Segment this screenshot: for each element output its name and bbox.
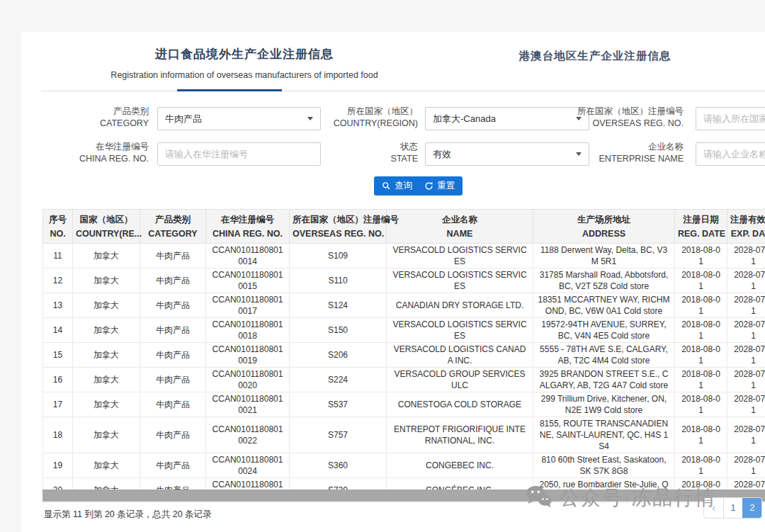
table-header-row: 序号NO.国家（地区）COUNTRY(RE...产品类别CATEGORY在华注册… (43, 210, 765, 244)
cell-category: 牛肉产品 (140, 368, 206, 392)
country-select[interactable]: 加拿大-Canada (425, 107, 589, 130)
cell-address: 1188 Derwent Way, Delta, BC, V3M 5R1 (533, 244, 675, 268)
column-header: 生产场所地址ADDRESS (533, 210, 675, 244)
pagination-page-2[interactable]: 2 (742, 498, 761, 518)
cell-china_reg_no: CCAN01011808010021 (206, 392, 290, 417)
table-row: 16加拿大牛肉产品CCAN01011808010020S224VERSACOLD… (43, 368, 765, 392)
category-label: 产品类别CATEGORY (35, 106, 149, 130)
table-row: 13加拿大牛肉产品CCAN01011808010017S124CANADIAN … (43, 293, 765, 318)
cell-category: 牛肉产品 (140, 392, 206, 417)
cell-no: 14 (43, 318, 73, 343)
column-header: 注册日期REG. DATE (675, 210, 727, 244)
cell-china_reg_no: CCAN01011808010018 (206, 318, 290, 343)
cell-reg_date: 2018-08-01 (675, 368, 727, 392)
cell-reg_date: 2018-08-01 (675, 417, 727, 453)
cell-country: 加拿大 (73, 417, 140, 453)
cell-country: 加拿大 (73, 293, 140, 318)
cell-category: 牛肉产品 (140, 293, 206, 318)
cell-china_reg_no: CCAN01011808010020 (206, 368, 290, 392)
cell-name: VERSACOLD GROUP SERVICES ULC (387, 368, 533, 392)
table-row: 19加拿大牛肉产品CCAN01011808010024S360CONGEBEC … (43, 453, 765, 478)
cell-overseas_reg_no: S224 (290, 368, 387, 392)
cell-address: 810 60th Street East, Saskatoon, SK S7K … (533, 453, 675, 478)
cell-category: 牛肉产品 (140, 268, 206, 293)
cell-reg_date: 2018-08-01 (675, 318, 727, 343)
cell-exp_date: 2028-07-31 (727, 392, 765, 417)
cell-reg_date: 2018-08-01 (675, 343, 727, 368)
cell-no: 16 (43, 368, 73, 392)
cell-no: 12 (43, 268, 73, 293)
cell-category: 牛肉产品 (140, 453, 206, 478)
reset-button-label: 重置 (437, 180, 455, 192)
cell-address: 3925 BRANDON STREET S.E., CALGARY, AB, T… (533, 368, 675, 392)
category-select-value: 牛肉产品 (165, 113, 202, 125)
reset-button[interactable]: 重置 (416, 176, 463, 196)
cell-overseas_reg_no: S360 (290, 453, 387, 478)
results-table: 序号NO.国家（地区）COUNTRY(RE...产品类别CATEGORY在华注册… (42, 209, 765, 503)
cell-exp_date: 2028-07-31 (727, 318, 765, 343)
cell-exp_date: 2028-07-31 (727, 293, 765, 318)
cell-country: 加拿大 (73, 392, 140, 417)
cell-country: 加拿大 (73, 268, 140, 293)
table-body: 11加拿大牛肉产品CCAN01011808010014S109VERSACOLD… (43, 244, 765, 503)
cell-name: CONESTOGA COLD STORAGE (387, 392, 533, 417)
cell-no: 11 (43, 244, 73, 268)
enterprise-name-input[interactable] (696, 142, 765, 166)
cell-overseas_reg_no: S110 (290, 268, 387, 293)
cell-address: 299 Trillium Drive, Kitchener, ON, N2E 1… (533, 392, 675, 417)
cell-overseas_reg_no: S537 (290, 392, 387, 417)
state-select[interactable]: 有效 (425, 142, 589, 166)
overseas-reg-no-label: 所在国家（地区）注册编号OVERSEAS REG. NO. (567, 106, 684, 130)
state-select-value: 有效 (433, 148, 451, 161)
overseas-reg-no-input[interactable] (696, 107, 765, 130)
cell-country: 加拿大 (73, 368, 140, 392)
table-row: 15加拿大牛肉产品CCAN01011808010019S206VERSACOLD… (43, 343, 765, 368)
records-summary: 显示第 11 到第 20 条记录，总共 20 条记录 (44, 509, 212, 521)
cell-reg_date: 2018-08-01 (675, 268, 727, 293)
china-reg-no-label: 在华注册编号CHINA REG. NO. (35, 141, 149, 165)
refresh-icon (424, 181, 434, 191)
cell-category: 牛肉产品 (140, 417, 206, 453)
cell-china_reg_no: CCAN01011808010022 (206, 417, 290, 453)
category-select[interactable]: 牛肉产品 (157, 107, 321, 130)
pagination-prev-button[interactable]: ‹ (704, 498, 723, 518)
column-header: 所在国家（地区）注册编号OVERSEAS REG. NO. (290, 210, 387, 244)
cell-address: 8155, ROUTE TRANSCANADIENNE, SAINT-LAURE… (533, 417, 675, 453)
cell-no: 15 (43, 343, 73, 368)
pagination: ‹ 1 2 (703, 497, 762, 519)
active-tab-underline (177, 89, 282, 91)
enterprise-name-label: 企业名称ENTERPRISE NAME (567, 141, 684, 165)
cell-reg_date: 2018-08-01 (675, 293, 727, 318)
cell-address: 18351 MCCARTNEY WAY, RICHMOND, BC, V6W 0… (533, 293, 675, 318)
table-row: 12加拿大牛肉产品CCAN01011808010015S110VERSACOLD… (43, 268, 765, 293)
tab-hk-macao-taiwan-registration[interactable]: 港澳台地区生产企业注册信息 (482, 49, 708, 64)
cell-name: VERSACOLD LOGISTICS SERVICES (387, 244, 533, 268)
cell-address: 5555 - 78TH AVE S.E, CALGARY, AB, T2C 4M… (533, 343, 675, 368)
cell-name: CANADIAN DRY STORAGE LTD. (387, 293, 533, 318)
cell-no: 13 (43, 293, 73, 318)
cell-name: VERSACOLD LOGISTICS SERVICES (387, 318, 533, 343)
cell-country: 加拿大 (73, 343, 140, 368)
cell-china_reg_no: CCAN01011808010015 (206, 268, 290, 293)
tab-imported-food-registration[interactable]: 进口食品境外生产企业注册信息 Registration information … (74, 46, 414, 80)
cell-exp_date: 2028-07-31 (727, 368, 765, 392)
cell-overseas_reg_no: S757 (290, 417, 387, 453)
cell-exp_date: 2028-07-31 (727, 417, 765, 453)
china-reg-no-input[interactable] (157, 142, 321, 166)
search-icon (382, 181, 391, 191)
pagination-page-1[interactable]: 1 (723, 498, 742, 518)
search-button[interactable]: 查询 (374, 176, 420, 196)
cell-category: 牛肉产品 (140, 343, 206, 368)
cell-overseas_reg_no: S206 (290, 343, 387, 368)
horizontal-scrollbar[interactable] (42, 489, 765, 502)
cell-exp_date: 2028-07-31 (727, 268, 765, 293)
cell-address: 19572-94TH AVENUE, SURREY, BC, V4N 4E5 C… (533, 318, 675, 343)
page-title-en: Registration information of overseas man… (74, 70, 414, 80)
cell-china_reg_no: CCAN01011808010019 (206, 343, 290, 368)
cell-reg_date: 2018-08-01 (675, 392, 727, 417)
cell-no: 19 (43, 453, 73, 478)
cell-china_reg_no: CCAN01011808010014 (206, 244, 290, 268)
cell-reg_date: 2018-08-01 (675, 453, 727, 478)
column-header: 企业名称NAME (387, 210, 533, 244)
cell-china_reg_no: CCAN01011808010017 (206, 293, 290, 318)
